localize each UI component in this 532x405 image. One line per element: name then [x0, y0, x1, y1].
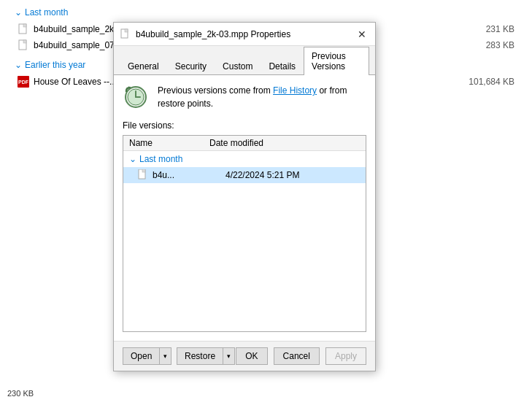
title-left: b4ubuild_sample_2k-03.mpp Properties — [120, 28, 290, 40]
open-button[interactable]: Open — [123, 347, 159, 365]
apply-button[interactable]: Apply — [325, 347, 366, 365]
svg-rect-12 — [142, 169, 145, 172]
file-list-container[interactable]: Name Date modified ⌄ Last month b4u... 4… — [123, 135, 366, 332]
file-versions-label: File versions: — [123, 120, 366, 131]
cancel-button[interactable]: Cancel — [274, 347, 320, 365]
restore-chevron-icon — [227, 352, 231, 360]
tab-security[interactable]: Security — [167, 57, 215, 75]
file-list-header: Name Date modified — [123, 136, 366, 151]
bottom-size: 230 KB — [7, 389, 34, 398]
tab-custom[interactable]: Custom — [215, 57, 261, 75]
list-section-last-month: ⌄ Last month — [123, 151, 366, 167]
svg-rect-5 — [125, 29, 128, 32]
properties-dialog: b4ubuild_sample_2k-03.mpp Properties ✕ G… — [113, 22, 376, 371]
chevron-icon: ⌄ — [15, 7, 22, 18]
close-button[interactable]: ✕ — [355, 27, 369, 42]
col-name-header: Name — [129, 138, 209, 148]
pdf-icon: PDF — [18, 76, 29, 88]
tab-previous-versions[interactable]: Previous Versions — [304, 47, 369, 75]
open-split-button: Open — [123, 347, 171, 365]
dialog-titlebar: b4ubuild_sample_2k-03.mpp Properties ✕ — [114, 23, 375, 46]
chevron-icon-2: ⌄ — [15, 60, 22, 70]
dialog-footer: Open Restore OK Cancel Apply — [114, 341, 375, 371]
file-row-name: b4u... — [153, 170, 225, 180]
footer-right-buttons: OK Cancel Apply — [236, 347, 366, 365]
history-icon — [123, 84, 149, 110]
file-icon-2 — [18, 39, 29, 51]
file-row-icon — [138, 169, 148, 181]
svg-rect-1 — [23, 24, 26, 27]
chevron-section-icon: ⌄ — [129, 154, 136, 164]
svg-rect-3 — [23, 40, 26, 43]
col-date-header: Date modified — [209, 138, 360, 148]
bg-section-last-month: ⌄ Last month — [15, 7, 517, 18]
tab-details[interactable]: Details — [261, 57, 304, 75]
info-text: Previous versions come from File History… — [158, 84, 347, 110]
dialog-tabs: General Security Custom Details Previous… — [114, 46, 375, 75]
footer-left-buttons: Open Restore — [123, 347, 235, 365]
dialog-body: Previous versions come from File History… — [114, 75, 375, 341]
file-row-selected[interactable]: b4u... 4/22/2024 5:21 PM — [123, 167, 366, 183]
file-row-date: 4/22/2024 5:21 PM — [225, 170, 360, 180]
dialog-title-icon — [120, 28, 131, 40]
ok-button[interactable]: OK — [236, 347, 267, 365]
restore-button[interactable]: Restore — [177, 347, 223, 365]
restore-split-button: Restore — [177, 347, 235, 365]
info-row: Previous versions come from File History… — [123, 84, 366, 110]
restore-dropdown-button[interactable] — [223, 347, 235, 365]
open-dropdown-button[interactable] — [159, 347, 171, 365]
file-icon-1 — [18, 23, 29, 35]
file-history-link[interactable]: File History — [273, 85, 317, 96]
open-chevron-icon — [163, 352, 167, 360]
tab-general[interactable]: General — [120, 57, 167, 75]
dialog-title-text: b4ubuild_sample_2k-03.mpp Properties — [136, 29, 290, 39]
history-icon-wrap — [123, 84, 149, 110]
